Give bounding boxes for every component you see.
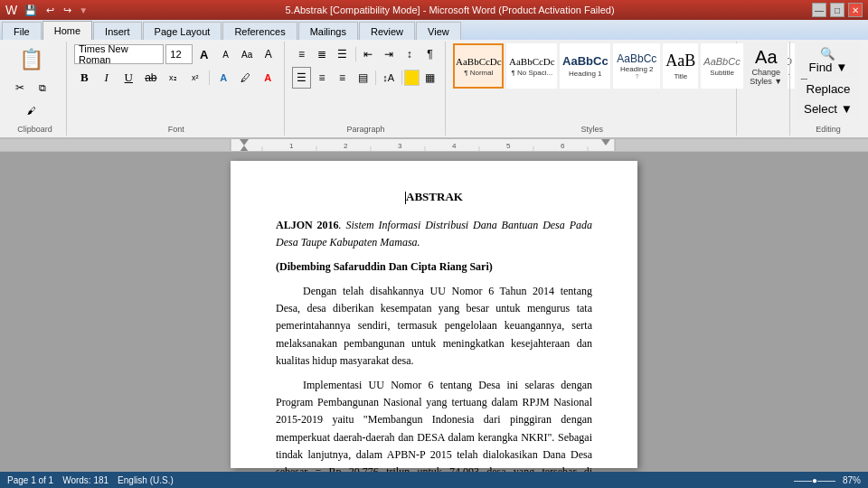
- style-normal-label: ¶ Normal: [464, 69, 493, 77]
- style-title-label: Title: [674, 72, 687, 80]
- citation-para: ALJON 2016. Sistem Informasi Distribusi …: [276, 217, 592, 251]
- paste-button[interactable]: 📋: [14, 43, 49, 76]
- show-formatting-button[interactable]: ¶: [420, 43, 440, 65]
- font-name-box[interactable]: Times New Roman: [74, 44, 164, 64]
- copy-button[interactable]: ⧉: [32, 77, 53, 99]
- svg-text:3: 3: [398, 142, 402, 150]
- language: English (U.S.): [118, 475, 174, 485]
- style-heading2-q: ?: [635, 73, 638, 80]
- change-styles-group: Aa ChangeStyles ▼: [739, 42, 790, 136]
- title-bar: W 💾 ↩ ↪ ▼ 5.Abstrak [Compatibility Mode]…: [0, 0, 868, 20]
- text-highlight-button[interactable]: 🖊: [236, 67, 257, 89]
- tab-page-layout[interactable]: Page Layout: [143, 22, 222, 40]
- shrink-font-button[interactable]: A: [216, 43, 236, 65]
- tab-review[interactable]: Review: [359, 22, 415, 40]
- paragraph-label: Paragraph: [287, 125, 446, 134]
- numbering-button[interactable]: ≣: [312, 43, 332, 65]
- document-title: ABSTRAK: [276, 188, 592, 206]
- style-heading1-button[interactable]: AaBbCc Heading 1: [560, 43, 610, 89]
- align-right-button[interactable]: ≡: [333, 67, 353, 89]
- svg-text:1: 1: [289, 142, 294, 150]
- change-case-button[interactable]: Aa: [237, 43, 257, 65]
- multilevel-button[interactable]: ☰: [333, 43, 353, 65]
- style-heading2-button[interactable]: AaBbCc Heading 2 ?: [613, 43, 660, 89]
- superscript-button[interactable]: x²: [185, 67, 206, 89]
- style-title-button[interactable]: AaB Title: [663, 43, 698, 89]
- tab-home[interactable]: Home: [42, 21, 92, 40]
- clear-formatting-button[interactable]: A: [259, 43, 278, 65]
- clipboard-label: Clipboard: [4, 125, 66, 134]
- styles-group-label: Styles: [448, 125, 736, 134]
- font-size-box[interactable]: 12: [165, 44, 193, 64]
- font-color-button[interactable]: A: [258, 67, 278, 89]
- grow-font-button[interactable]: A: [194, 43, 214, 65]
- editing-label: Editing: [792, 125, 864, 134]
- bold-button[interactable]: B: [74, 67, 95, 89]
- style-normal-button[interactable]: AaBbCcDc ¶ Normal: [453, 43, 504, 89]
- ruler-svg: 1 2 3 4 5 6: [0, 139, 868, 152]
- style-subtitle-button[interactable]: AaBbCc Subtitle: [701, 43, 742, 89]
- line-spacing-button[interactable]: ↕A: [379, 67, 399, 89]
- ruler: 1 2 3 4 5 6: [0, 139, 868, 152]
- justify-button[interactable]: ▤: [353, 67, 373, 89]
- zoom-slider[interactable]: ——●——: [794, 475, 835, 485]
- align-center-button[interactable]: ≡: [312, 67, 332, 89]
- borders-button[interactable]: ▦: [420, 67, 440, 89]
- style-heading1-preview: AaBbCc: [562, 54, 609, 68]
- align-left-button[interactable]: ☰: [292, 67, 312, 89]
- tab-view[interactable]: View: [416, 22, 461, 40]
- svg-rect-3: [231, 139, 615, 152]
- font-label: Font: [69, 125, 284, 134]
- find-button[interactable]: 🔍 Find ▼: [797, 43, 859, 78]
- change-styles-label: ChangeStyles ▼: [750, 68, 782, 86]
- style-subtitle-label: Subtitle: [710, 69, 734, 77]
- editing-group: 🔍 Find ▼ Replace Select ▼ Editing: [792, 42, 864, 136]
- change-styles-icon: Aa: [755, 47, 777, 68]
- format-painter-button[interactable]: 🖌: [21, 99, 42, 121]
- strikethrough-button[interactable]: ab: [141, 67, 162, 89]
- svg-text:5: 5: [506, 142, 511, 150]
- shading-button[interactable]: [404, 70, 419, 86]
- tab-file[interactable]: File: [2, 22, 42, 40]
- advisor-para: (Dibembing Safaruddin Dan Cipta Riang Sa…: [276, 258, 592, 276]
- tab-references[interactable]: References: [222, 22, 297, 40]
- style-no-spacing-label: ¶ No Spaci...: [512, 69, 553, 77]
- style-heading2-preview: AaBbCc: [617, 52, 656, 65]
- svg-rect-1: [0, 139, 231, 152]
- quick-access-undo[interactable]: ↩: [44, 5, 56, 16]
- style-no-spacing-preview: AaBbCcDc: [509, 56, 555, 67]
- cut-button[interactable]: ✂: [9, 77, 31, 99]
- italic-button[interactable]: I: [97, 67, 118, 89]
- svg-text:4: 4: [452, 142, 457, 150]
- text-effects-button[interactable]: A: [213, 67, 234, 89]
- paragraph-1: Dengan telah disahkannya UU Nomor 6 Tahu…: [276, 283, 592, 370]
- tab-mailings[interactable]: Mailings: [298, 22, 358, 40]
- style-heading1-label: Heading 1: [569, 70, 601, 78]
- svg-rect-2: [615, 139, 868, 152]
- underline-button[interactable]: U: [118, 67, 139, 89]
- minimize-button[interactable]: —: [812, 3, 826, 17]
- maximize-button[interactable]: □: [830, 3, 844, 17]
- select-button[interactable]: Select ▼: [797, 99, 859, 117]
- quick-access-save[interactable]: 💾: [23, 5, 39, 16]
- style-no-spacing-button[interactable]: AaBbCcDc ¶ No Spaci...: [506, 43, 557, 89]
- tab-insert[interactable]: Insert: [93, 22, 142, 40]
- status-right: ——●—— 87%: [794, 475, 861, 485]
- sort-button[interactable]: ↕: [400, 43, 420, 65]
- decrease-indent-button[interactable]: ⇤: [359, 43, 379, 65]
- replace-button[interactable]: Replace: [797, 80, 859, 98]
- find-label: Find ▼: [809, 61, 848, 74]
- page-count: Page 1 of 1: [7, 475, 53, 485]
- status-bar: Page 1 of 1 Words: 181 English (U.S.) ——…: [0, 472, 868, 488]
- zoom-level: 87%: [843, 475, 861, 485]
- change-styles-button[interactable]: Aa ChangeStyles ▼: [744, 43, 788, 89]
- increase-indent-button[interactable]: ⇥: [379, 43, 399, 65]
- title-text: ABSTRAK: [405, 190, 463, 203]
- subscript-button[interactable]: x₂: [163, 67, 184, 89]
- quick-access-redo[interactable]: ↪: [61, 5, 73, 16]
- document-page[interactable]: ABSTRAK ALJON 2016. Sistem Informasi Dis…: [231, 161, 637, 468]
- bullets-button[interactable]: ≡: [292, 43, 312, 65]
- close-button[interactable]: ✕: [848, 3, 863, 17]
- style-normal-preview: AaBbCcDc: [456, 56, 502, 67]
- find-icon: 🔍: [820, 47, 835, 61]
